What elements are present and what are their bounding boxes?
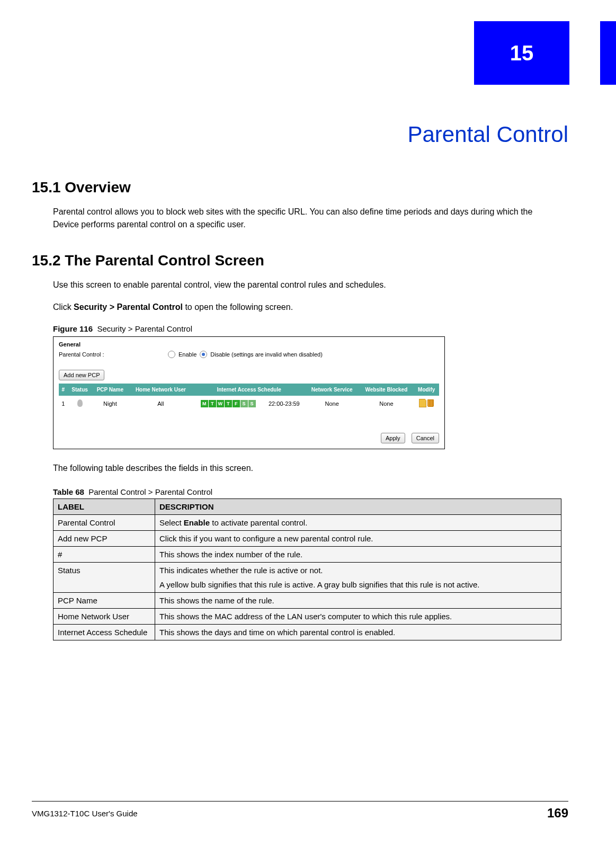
day-s: S — [240, 400, 248, 407]
footer-guide: VMG1312-T10C User's Guide — [32, 809, 138, 818]
figure-caption-text: Security > Parental Control — [97, 324, 192, 333]
page: 15 Parental Control 15.1 Overview Parent… — [0, 0, 616, 846]
cell-label: Status — [53, 563, 155, 593]
radio-enable-label: Enable — [178, 351, 197, 358]
table-row: Status This indicates whether the rule i… — [53, 563, 561, 593]
cell-desc: This indicates whether the rule is activ… — [155, 563, 561, 593]
th-pcp: PCP Name — [92, 384, 128, 396]
table-row: PCP Name This shows the name of the rule… — [53, 593, 561, 609]
cell-label: Internet Access Schedule — [53, 625, 155, 640]
table-caption-text: Parental Control > Parental Control — [88, 487, 212, 496]
cell-pcp: Night — [92, 396, 128, 412]
day-th: T — [225, 400, 232, 407]
edit-icon[interactable] — [419, 399, 426, 407]
th-label: LABEL — [53, 499, 155, 515]
chapter-tab-edge — [600, 21, 616, 85]
th-blocked: Website Blocked — [359, 384, 414, 396]
th-user: Home Network User — [128, 384, 193, 396]
day-m: M — [201, 400, 208, 407]
cell-num: 1 — [59, 396, 68, 412]
text: to open the following screen. — [183, 302, 293, 311]
day-su: S — [248, 400, 256, 407]
table-row: Add new PCP Click this if you want to co… — [53, 531, 561, 547]
bold-text: Enable — [184, 518, 210, 527]
chapter-number-box: 15 — [474, 21, 569, 85]
day-f: F — [233, 400, 240, 407]
radio-disable-label: Disable (settings are invalid when disab… — [210, 351, 323, 358]
figure-caption: Figure 116 Security > Parental Control — [53, 324, 568, 333]
cell-label: # — [53, 547, 155, 563]
description-table: LABEL DESCRIPTION Parental Control Selec… — [53, 498, 561, 640]
text: This indicates whether the rule is activ… — [159, 566, 557, 575]
th-modify: Modify — [414, 384, 439, 396]
screenshot-parental-control: General Parental Control : Enable Disabl… — [53, 336, 445, 449]
day-boxes: M T W T F S S — [201, 400, 256, 407]
day-w: W — [217, 400, 224, 407]
ss-row-parental-control: Parental Control : Enable Disable (setti… — [59, 351, 439, 358]
table-label: Table 68 — [53, 487, 84, 496]
ss-section-general: General — [59, 341, 439, 348]
figure-label: Figure 116 — [53, 324, 93, 333]
apply-button[interactable]: Apply — [381, 433, 405, 443]
th-schedule: Internet Access Schedule — [193, 384, 305, 396]
cell-label: Parental Control — [53, 515, 155, 531]
table-row: 1 Night All M T W T F S S — [59, 396, 439, 412]
table-row: # This shows the index number of the rul… — [53, 547, 561, 563]
table-caption: Table 68 Parental Control > Parental Con… — [53, 487, 568, 496]
text: A yellow bulb signifies that this rule i… — [159, 580, 557, 589]
text: Select — [159, 518, 184, 527]
cell-desc: This shows the days and time on which pa… — [155, 625, 561, 640]
cell-blocked: None — [359, 396, 414, 412]
th-num: # — [59, 384, 68, 396]
nav-path-bold: Security > Parental Control — [74, 302, 183, 311]
after-figure-text: The following table describes the fields… — [53, 462, 540, 475]
chapter-number: 15 — [510, 41, 534, 65]
text: to activate parental control. — [210, 518, 307, 527]
day-t: T — [209, 400, 216, 407]
radio-disable[interactable] — [200, 351, 207, 358]
cell-days: M T W T F S S — [193, 396, 263, 412]
cell-desc: Select Enable to activate parental contr… — [155, 515, 561, 531]
cell-status — [68, 396, 92, 412]
cell-label: PCP Name — [53, 593, 155, 609]
radio-enable[interactable] — [168, 351, 175, 358]
cell-label: Add new PCP — [53, 531, 155, 547]
cell-desc: This shows the MAC address of the LAN us… — [155, 609, 561, 625]
chapter-title: Parental Control — [32, 122, 568, 147]
cell-desc: This shows the index number of the rule. — [155, 547, 561, 563]
th-status: Status — [68, 384, 92, 396]
screen-body-1: Use this screen to enable parental contr… — [53, 279, 540, 291]
th-service: Network Service — [305, 384, 359, 396]
table-row: Parental Control Select Enable to activa… — [53, 515, 561, 531]
ss-label-parental: Parental Control : — [59, 351, 165, 358]
screen-body-2: Click Security > Parental Control to ope… — [53, 301, 540, 314]
table-row: Home Network User This shows the MAC add… — [53, 609, 561, 625]
cell-desc: Click this if you want to configure a ne… — [155, 531, 561, 547]
cancel-button[interactable]: Cancel — [412, 433, 439, 443]
text: Click — [53, 302, 74, 311]
cell-label: Home Network User — [53, 609, 155, 625]
add-new-pcp-button[interactable]: Add new PCP — [59, 370, 104, 380]
cell-desc: This shows the name of the rule. — [155, 593, 561, 609]
overview-body: Parental control allows you to block web… — [53, 206, 540, 231]
cell-time: 22:00-23:59 — [263, 396, 305, 412]
cell-service: None — [305, 396, 359, 412]
ss-footer: Apply Cancel — [59, 433, 439, 443]
cell-user: All — [128, 396, 193, 412]
section-heading-overview: 15.1 Overview — [32, 179, 568, 196]
cell-modify — [414, 396, 439, 412]
table-row: Internet Access Schedule This shows the … — [53, 625, 561, 640]
th-description: DESCRIPTION — [155, 499, 561, 515]
bulb-icon — [77, 399, 83, 407]
page-footer: VMG1312-T10C User's Guide 169 — [32, 801, 568, 821]
trash-icon[interactable] — [427, 399, 434, 407]
page-number: 169 — [547, 806, 568, 821]
ss-rules-table: # Status PCP Name Home Network User Inte… — [59, 384, 439, 412]
section-heading-screen: 15.2 The Parental Control Screen — [32, 252, 568, 269]
